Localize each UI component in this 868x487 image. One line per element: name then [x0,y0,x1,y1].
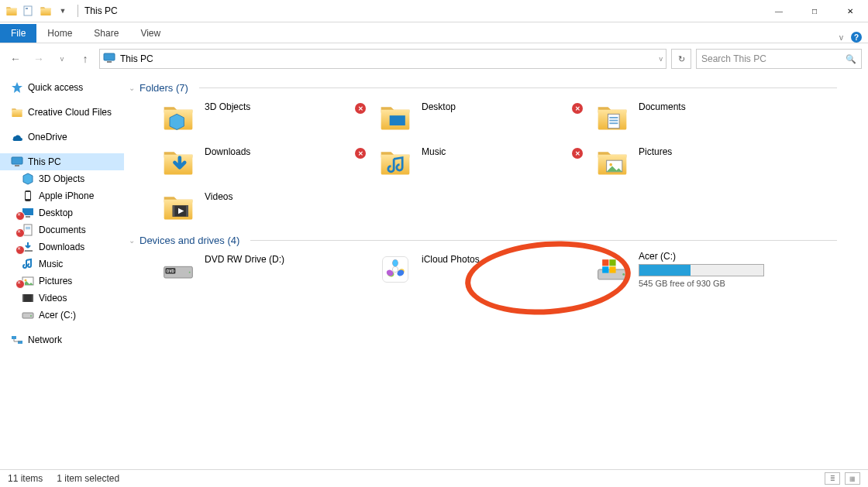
sidebar-creative-cloud[interactable]: Creative Cloud Files [0,104,124,121]
svg-point-16 [25,280,27,282]
view-large-icons-button[interactable]: ▦ [845,472,860,485]
downloads-icon [22,241,34,253]
item-label: Videos [205,188,232,202]
svg-rect-51 [602,266,608,273]
thispc-icon [103,52,115,67]
qa-customize-icon[interactable]: ▼ [56,4,70,18]
navigation-pane: Quick access Creative Cloud Files OneDri… [0,74,124,472]
nav-up-button[interactable]: ↑ [76,50,95,68]
svg-rect-28 [609,122,618,124]
sidebar-onedrive[interactable]: OneDrive [0,129,124,146]
ribbon-expand-icon[interactable]: v [839,33,843,42]
star-icon [11,81,23,94]
sidebar-item-documents[interactable]: Documents [0,221,124,238]
folder-downloads[interactable]: Downloads [160,143,369,182]
sidebar-item-downloads[interactable]: Downloads [0,238,124,256]
folder-music[interactable]: Music [377,143,586,182]
music-icon [22,258,34,270]
thispc-icon [11,156,23,168]
sync-error-icon [355,103,366,114]
folder-videos[interactable]: Videos [160,188,369,227]
pictures-icon [22,275,34,287]
search-placeholder: Search This PC [701,53,766,64]
sidebar-item-3d-objects[interactable]: 3D Objects [0,170,124,187]
address-bar[interactable]: This PC v [99,49,666,69]
drive-dvd[interactable]: DVD DVD RW Drive (D:) [160,251,369,290]
drive-icloud-photos[interactable]: iCloud Photos [377,251,586,290]
sync-error-icon [572,148,583,159]
sidebar-item-label: Downloads [39,242,84,252]
svg-point-38 [189,272,191,273]
svg-rect-3 [107,61,112,63]
music-folder-icon [377,143,414,180]
nav-forward-button[interactable]: → [29,50,48,68]
explorer-icon [5,4,19,18]
sidebar-item-apple-iphone[interactable]: Apple iPhone [0,187,124,204]
sidebar-network[interactable]: Network [0,331,124,348]
3d-folder-icon [160,98,197,135]
svg-rect-27 [609,120,618,122]
sidebar-item-label: Creative Cloud Files [28,107,112,118]
svg-point-44 [392,259,398,266]
sidebar-this-pc[interactable]: This PC [0,153,124,170]
maximize-button[interactable]: □ [797,0,832,22]
item-label: DVD RW Drive (D:) [205,251,284,265]
sidebar-quick-access[interactable]: Quick access [0,79,124,96]
creative-cloud-icon [11,106,23,118]
folder-documents[interactable]: Documents [594,98,803,137]
folder-3d-objects[interactable]: 3D Objects [160,98,369,137]
help-icon[interactable]: ? [851,32,862,43]
svg-marker-4 [12,82,22,93]
sidebar-item-music[interactable]: Music [0,256,124,273]
chevron-down-icon: ⌄ [129,84,135,92]
qa-newfolder-icon[interactable] [39,4,53,18]
close-button[interactable]: ✕ [832,0,868,22]
status-item-count: 11 items [8,473,43,484]
sidebar-item-label: This PC [28,156,61,167]
pictures-folder-icon [594,143,631,180]
sidebar-item-label: Network [28,334,62,345]
group-header-devices[interactable]: ⌄ Devices and drives (4) [129,231,868,251]
desktop-folder-icon [377,98,414,135]
group-title: Folders (7) [140,82,188,94]
nav-recent-dropdown[interactable]: v [53,50,71,68]
tab-home[interactable]: Home [36,24,83,43]
search-icon: 🔍 [846,54,856,64]
minimize-button[interactable]: — [761,0,797,22]
sidebar-item-label: Desktop [39,207,73,218]
sidebar-item-desktop[interactable]: Desktop [0,204,124,221]
sidebar-item-label: OneDrive [28,132,67,142]
nav-back-button[interactable]: ← [6,50,25,68]
refresh-button[interactable]: ↻ [671,49,691,69]
tab-share[interactable]: Share [83,24,129,43]
svg-rect-33 [186,205,188,217]
drive-acer-c[interactable]: Acer (C:) 545 GB free of 930 GB [594,251,803,290]
sidebar-item-pictures[interactable]: Pictures [0,273,124,290]
folder-desktop[interactable]: Desktop [377,98,586,137]
svg-rect-5 [12,157,22,164]
status-bar: 11 items 1 item selected ≣ ▦ [0,469,868,487]
search-input[interactable]: Search This PC 🔍 [696,49,862,69]
videos-folder-icon [160,188,197,225]
svg-rect-26 [609,117,618,118]
tab-view[interactable]: View [129,24,171,43]
group-title: Devices and drives (4) [140,235,239,246]
svg-rect-11 [24,225,32,235]
svg-point-48 [622,273,625,276]
sidebar-item-videos[interactable]: Videos [0,290,124,307]
item-label: Acer (C:) [639,251,764,262]
sidebar-item-label: Quick access [28,82,83,93]
sidebar-item-acer-c[interactable]: Acer (C:) [0,307,124,324]
drive-capacity-bar [639,264,764,276]
item-label: Documents [639,98,686,112]
titlebar: ▼ This PC — □ ✕ [0,0,868,22]
address-bar-row: ← → v ↑ This PC v ↻ Search This PC 🔍 [0,43,868,74]
qa-properties-icon[interactable] [22,4,36,18]
view-details-button[interactable]: ≣ [825,472,840,485]
folder-pictures[interactable]: Pictures [594,143,803,182]
sidebar-item-label: Apple iPhone [39,190,94,201]
group-header-folders[interactable]: ⌄ Folders (7) [129,79,868,98]
tab-file[interactable]: File [0,24,36,43]
svg-rect-50 [609,259,615,266]
address-history-dropdown[interactable]: v [660,55,663,63]
